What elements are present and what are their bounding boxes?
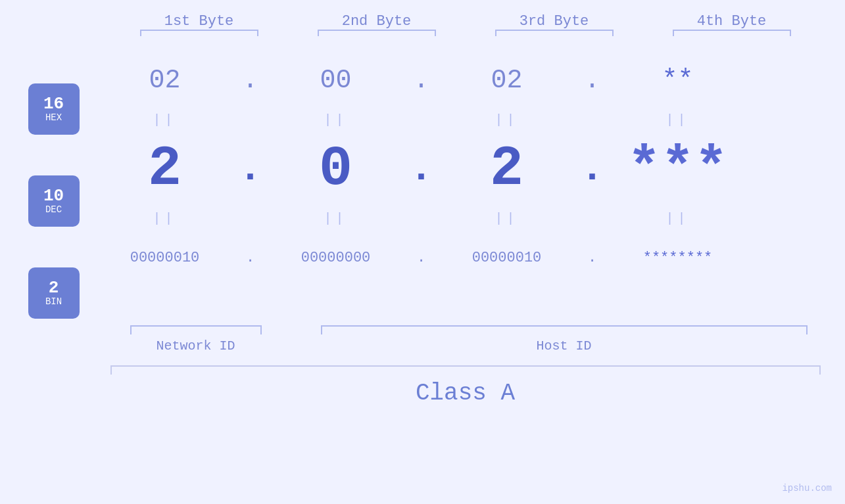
- class-section: Class A: [110, 365, 821, 407]
- hex-byte2: 00: [264, 66, 408, 95]
- id-labels: Network ID Host ID: [110, 325, 821, 354]
- bin-dot3: .: [579, 250, 606, 266]
- class-bracket: [110, 365, 821, 375]
- dec-dot3: .: [579, 133, 606, 204]
- bin-row: 00000010 . 00000000 . 00000010 .: [93, 228, 837, 287]
- watermark: ipshu.com: [782, 483, 832, 493]
- dec-byte4: ***: [606, 141, 750, 197]
- network-id-section: Network ID: [110, 325, 281, 354]
- bin-dot2: .: [408, 250, 435, 266]
- host-id-section: Host ID: [308, 325, 821, 354]
- hex-byte3: 02: [435, 66, 579, 95]
- dec-byte3: 2: [435, 141, 579, 197]
- equals-row-2: || || || ||: [93, 208, 837, 228]
- hex-dot1: .: [237, 66, 264, 95]
- dec-byte2: 0: [264, 141, 408, 197]
- byte3-bracket: [495, 30, 614, 31]
- eq1-b1: ||: [93, 112, 237, 127]
- eq1-b4: ||: [606, 112, 750, 127]
- bin-dot1: .: [237, 250, 264, 266]
- hex-dot2: .: [408, 66, 435, 95]
- main-container: 1st Byte 2nd Byte 3rd Byte 4th Byte 16 H…: [0, 0, 845, 504]
- dec-row: 2 . 0 . 2 . ***: [93, 129, 837, 208]
- network-id-label: Network ID: [156, 338, 235, 354]
- hex-row: 02 . 00 . 02 . **: [93, 51, 837, 110]
- hex-byte4: **: [606, 66, 750, 95]
- byte3-header: 3rd Byte: [482, 13, 627, 31]
- host-id-label: Host ID: [536, 338, 591, 354]
- byte2-bracket: [318, 30, 436, 31]
- bin-byte4: ********: [606, 250, 750, 266]
- class-label: Class A: [110, 380, 821, 407]
- badges-column: 16 HEX 10 DEC 2 BIN: [28, 83, 80, 319]
- eq2-b2: ||: [264, 211, 408, 226]
- eq1-b2: ||: [264, 112, 408, 127]
- ip-grid: 02 . 00 . 02 . **: [93, 51, 837, 287]
- eq2-b4: ||: [606, 211, 750, 226]
- bin-byte2: 00000000: [264, 250, 408, 266]
- eq2-b1: ||: [93, 211, 237, 226]
- dec-dot2: .: [408, 133, 435, 204]
- hex-badge: 16 HEX: [28, 83, 80, 135]
- hex-byte1: 02: [93, 66, 237, 95]
- byte4-header: 4th Byte: [660, 13, 804, 31]
- host-id-bracket: [321, 325, 808, 334]
- byte-headers: 1st Byte 2nd Byte 3rd Byte 4th Byte: [110, 13, 821, 31]
- dec-dot1: .: [237, 133, 264, 204]
- byte1-header: 1st Byte: [127, 13, 272, 31]
- dec-badge: 10 DEC: [28, 175, 80, 227]
- byte2-header: 2nd Byte: [304, 13, 449, 31]
- bin-badge: 2 BIN: [28, 267, 80, 319]
- eq1-b3: ||: [435, 112, 579, 127]
- bin-byte3: 00000010: [435, 250, 579, 266]
- dec-byte1: 2: [93, 141, 237, 197]
- bin-byte1: 00000010: [93, 250, 237, 266]
- hex-dot3: .: [579, 66, 606, 95]
- bottom-section: Network ID Host ID: [110, 325, 821, 354]
- main-content: 16 HEX 10 DEC 2 BIN 02 .: [9, 51, 837, 319]
- byte1-bracket: [140, 30, 258, 31]
- equals-row-1: || || || ||: [93, 110, 837, 129]
- eq2-b3: ||: [435, 211, 579, 226]
- network-id-bracket: [130, 325, 262, 334]
- byte4-bracket: [673, 30, 791, 31]
